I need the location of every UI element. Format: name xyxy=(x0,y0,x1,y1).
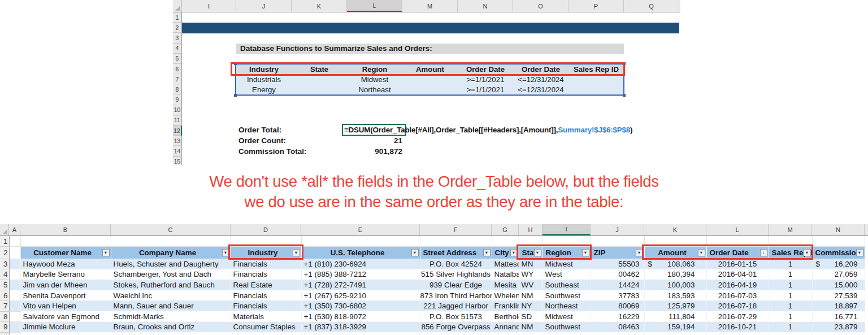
criteria-cell[interactable] xyxy=(292,74,347,84)
row-header[interactable]: 6 xyxy=(0,290,9,301)
cell-commission[interactable]: 23,879 xyxy=(812,322,865,333)
cell-street-address[interactable]: 956 Lazy Grove xyxy=(420,332,492,335)
cell-commission[interactable]: 31,827 xyxy=(812,332,865,335)
column-header[interactable]: E xyxy=(301,224,420,235)
cell-order-date[interactable]: 2016-10-21 xyxy=(706,322,769,333)
filter-dropdown-button[interactable]: ↓ xyxy=(760,249,767,256)
row-header[interactable]: 2 xyxy=(0,247,9,259)
cell-amount[interactable]: $108,063 xyxy=(644,259,706,269)
cell-amount[interactable]: 180,394 xyxy=(644,269,706,280)
cell-order-date[interactable]: 2016-04-19 xyxy=(706,280,769,290)
cell-street-address[interactable]: P.O. Box 51573 xyxy=(420,311,492,322)
cell-industry[interactable]: Consumer Staples xyxy=(231,322,301,333)
cell-street-address[interactable]: 939 Clear Edge xyxy=(420,280,492,290)
criteria-header-cell[interactable]: Industry xyxy=(236,64,292,74)
criteria-cell[interactable]: Midwest xyxy=(347,74,402,84)
cell-city[interactable]: Berthold xyxy=(492,311,519,322)
filter-dropdown-button[interactable]: ▾ xyxy=(411,249,419,256)
filter-dropdown-button[interactable]: ▾ xyxy=(483,249,491,256)
table-column-header[interactable]: Order Date↓ xyxy=(706,247,769,259)
row-header[interactable]: 8 xyxy=(0,311,9,322)
cell-amount[interactable]: 111,804 xyxy=(644,311,706,322)
cell-amount[interactable]: 125,979 xyxy=(644,300,706,311)
cell-order-date[interactable]: 2016-07-03 xyxy=(706,290,769,301)
cell-telephone[interactable]: +1 (267) 625-9210 xyxy=(301,290,420,301)
table-column-header[interactable]: Amount▾ xyxy=(644,247,706,259)
column-header[interactable]: H xyxy=(519,224,542,235)
cell-company-name[interactable]: Schamberger, Yost and Dach xyxy=(111,269,231,280)
column-header[interactable]: A xyxy=(9,224,20,235)
cell-city[interactable]: Annanda xyxy=(492,322,519,333)
cell-telephone[interactable]: +1 (530) 818-9072 xyxy=(301,311,420,322)
cell-region[interactable]: Southeast xyxy=(542,280,591,290)
table-column-header[interactable]: Sales Rep I▾ xyxy=(769,247,812,259)
criteria-cell[interactable] xyxy=(568,74,624,84)
cell-customer-name[interactable]: Leandre van der Woerd xyxy=(20,332,111,335)
row-header[interactable]: 4 xyxy=(173,44,182,54)
criteria-cell[interactable]: Northeast xyxy=(347,84,402,95)
table-column-header[interactable]: Company Name▾ xyxy=(111,247,231,259)
cell-industry[interactable]: Financials xyxy=(231,290,301,301)
cell-company-name[interactable]: Stokes, Rutherford and Bauch xyxy=(111,280,231,290)
column-header[interactable]: N xyxy=(458,0,513,12)
cell-zip[interactable]: 80069 xyxy=(591,300,644,311)
row-header[interactable]: 7 xyxy=(0,300,9,311)
cell-zip[interactable]: 38713 xyxy=(591,332,644,335)
cell-state[interactable]: WV xyxy=(519,280,542,290)
criteria-cell[interactable]: Industrials xyxy=(236,74,292,84)
cell-street-address[interactable]: 221 Jagged Harbor xyxy=(420,300,492,311)
cell-zip[interactable]: 55503 xyxy=(591,259,644,269)
column-header[interactable]: K xyxy=(292,0,347,12)
cell-region[interactable]: Northeast xyxy=(542,300,591,311)
cell-amount[interactable]: 159,194 xyxy=(644,322,706,333)
row-header[interactable]: 13 xyxy=(173,136,182,146)
row-header[interactable]: 11 xyxy=(173,115,182,126)
cell-state[interactable]: MN xyxy=(519,259,542,269)
cell-commission[interactable]: 16,771 xyxy=(812,311,865,322)
cell-industry[interactable]: Real Estate xyxy=(231,280,301,290)
cell-state[interactable]: WY xyxy=(519,269,542,280)
dsum-formula[interactable]: =DSUM(Order_Table[#All],Order_Table[[#He… xyxy=(344,125,632,136)
criteria-header-cell[interactable]: Order Date xyxy=(458,64,513,74)
cell-state[interactable]: SD xyxy=(519,311,542,322)
filter-dropdown-button[interactable]: ▾ xyxy=(856,249,863,256)
cell-city[interactable]: Natalbar xyxy=(492,269,519,280)
row-header[interactable]: 9 xyxy=(0,322,9,333)
row-header[interactable]: 6 xyxy=(173,64,182,74)
row-header[interactable]: 10 xyxy=(0,332,9,335)
cell-zip[interactable]: 14424 xyxy=(591,280,644,290)
cell-region[interactable]: West xyxy=(542,269,591,280)
column-header[interactable]: F xyxy=(420,224,492,235)
filter-dropdown-button[interactable]: ▾ xyxy=(102,249,110,256)
cell-order-date[interactable]: 2016-07-18 xyxy=(706,300,769,311)
cell-state[interactable]: NY xyxy=(519,300,542,311)
filter-dropdown-button[interactable]: ▾ xyxy=(293,249,300,256)
cell-order-date[interactable]: 2017-01-18 xyxy=(706,332,769,335)
criteria-cell[interactable]: >=1/1/2021 xyxy=(458,84,513,95)
row-header[interactable]: 9 xyxy=(173,95,182,105)
criteria-cell[interactable]: <=12/31/2024 xyxy=(513,84,568,95)
cell-customer-name[interactable]: Haywood Meza xyxy=(20,259,111,269)
filter-dropdown-button[interactable]: ▾ xyxy=(804,249,811,256)
criteria-cell[interactable] xyxy=(402,74,458,84)
criteria-header-cell[interactable]: Region xyxy=(347,64,402,74)
cell-industry[interactable]: Financials xyxy=(231,300,301,311)
commission-total-value[interactable]: 901,872 xyxy=(342,147,402,157)
row-header[interactable]: 3 xyxy=(173,33,182,43)
column-header[interactable]: J xyxy=(236,0,292,12)
row-header[interactable]: 12 xyxy=(173,126,182,136)
table-column-header[interactable]: U.S. Telephone▾ xyxy=(301,247,420,259)
cell-commission[interactable]: 27,059 xyxy=(812,269,865,280)
cell-zip[interactable]: 08463 xyxy=(591,322,644,333)
cell-telephone[interactable]: +1 (350) 730-6802 xyxy=(301,300,420,311)
cell-sales-rep-id[interactable]: 1 xyxy=(769,259,812,269)
column-header[interactable]: M xyxy=(769,224,812,235)
cell-region[interactable]: Midwest xyxy=(542,332,591,335)
column-header[interactable]: N xyxy=(812,224,865,235)
criteria-header-cell[interactable]: Amount xyxy=(402,64,458,74)
cell-industry[interactable]: Financials xyxy=(231,269,301,280)
column-header[interactable]: Q xyxy=(624,0,679,12)
criteria-header-cell[interactable]: Order Date xyxy=(513,64,568,74)
table-column-header[interactable]: Region▾ xyxy=(542,247,591,259)
cell-industry[interactable]: Healthcare xyxy=(231,332,301,335)
